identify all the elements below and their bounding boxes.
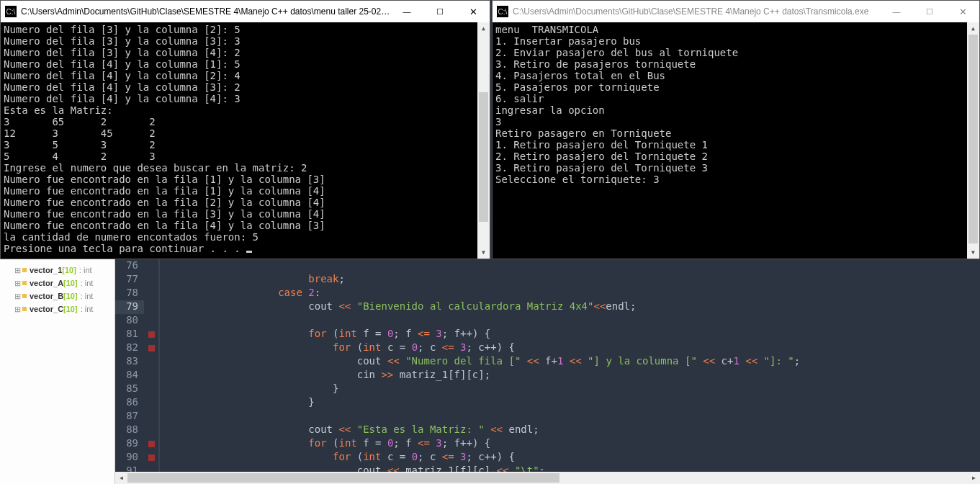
scrollbar-horizontal[interactable]: ◀ ▶ [115, 472, 980, 484]
tree-item[interactable]: ⊞vector_B[10]: int [0, 290, 114, 302]
code-line[interactable]: 81 for (int f = 0; f <= 3; f++) { [115, 328, 980, 341]
titlebar-1[interactable]: C:\ C:\Users\Admin\Documents\GitHub\Clas… [1, 1, 490, 22]
code-line[interactable]: 82 for (int c = 0; c <= 3; c++) { [115, 341, 980, 355]
maximize-button[interactable]: ☐ [423, 1, 457, 22]
scrollbar-vertical-2[interactable]: ▲ ▼ [967, 22, 979, 259]
code-line[interactable]: 88 cout << "Esta es la Matriz: " << endl… [115, 424, 980, 437]
code-editor[interactable]: 7677 break;78 case 2:79 cout << "Bienven… [115, 259, 980, 472]
console-window-1: C:\ C:\Users\Admin\Documents\GitHub\Clas… [0, 0, 490, 259]
code-line[interactable]: 89 for (int f = 0; f <= 3; f++) { [115, 437, 980, 451]
tree-item[interactable]: ⊞vector_1[10]: int [0, 264, 114, 277]
scroll-right-icon[interactable]: ▶ [968, 472, 980, 484]
code-line[interactable]: 78 case 2: [115, 287, 980, 300]
close-button[interactable]: ✕ [946, 1, 979, 22]
code-line[interactable]: 79 cout << "Bienvenido al calculardora M… [115, 300, 980, 314]
code-line[interactable]: 91 cout << matriz_1[f][c] << "\t"; [115, 465, 980, 472]
scroll-up-icon[interactable]: ▲ [967, 22, 979, 35]
console-output-2[interactable]: menu TRANSMICOLA 1. Insertar pasajero bu… [493, 22, 979, 259]
code-line[interactable]: 83 cout << "Numero del fila [" << f+1 <<… [115, 355, 980, 369]
code-line[interactable]: 85 } [115, 382, 980, 396]
variables-sidebar[interactable]: ⊞vector_1[10]: int⊞vector_A[10]: int⊞vec… [0, 259, 115, 484]
editor-area: ⊞vector_1[10]: int⊞vector_A[10]: int⊞vec… [0, 259, 980, 484]
app-icon: C:\ [497, 6, 508, 17]
maximize-button[interactable]: ☐ [913, 1, 946, 22]
tree-item[interactable]: ⊞vector_C[10]: int [0, 302, 114, 315]
code-area: 7677 break;78 case 2:79 cout << "Bienven… [115, 259, 980, 484]
code-line[interactable]: 87 [115, 410, 980, 424]
minimize-button[interactable]: — [880, 1, 913, 22]
scroll-left-icon[interactable]: ◀ [115, 472, 127, 484]
code-line[interactable]: 84 cin >> matriz_1[f][c]; [115, 369, 980, 382]
scroll-thumb[interactable] [479, 92, 488, 222]
scroll-up-icon[interactable]: ▲ [477, 22, 490, 35]
close-button[interactable]: ✕ [457, 1, 490, 22]
scroll-down-icon[interactable]: ▼ [967, 246, 979, 259]
console-window-2: C:\ C:\Users\Admin\Documents\GitHub\Clas… [492, 0, 980, 259]
app-icon: C:\ [5, 6, 17, 17]
window-title-2: C:\Users\Admin\Documents\GitHub\Clase\SE… [513, 6, 880, 17]
code-line[interactable]: 90 for (int c = 0; c <= 3; c++) { [115, 451, 980, 465]
window-title-1: C:\Users\Admin\Documents\GitHub\Clase\SE… [21, 6, 390, 17]
code-line[interactable]: 80 [115, 314, 980, 328]
scroll-thumb[interactable] [968, 35, 978, 243]
titlebar-2[interactable]: C:\ C:\Users\Admin\Documents\GitHub\Clas… [493, 1, 979, 22]
scrollbar-vertical-1[interactable]: ▲ ▼ [477, 22, 490, 259]
code-line[interactable]: 77 break; [115, 273, 980, 287]
minimize-button[interactable]: — [390, 1, 423, 22]
code-line[interactable]: 86 } [115, 396, 980, 410]
console-output-1[interactable]: Numero del fila [3] y la columna [2]: 5 … [1, 22, 490, 259]
scroll-down-icon[interactable]: ▼ [477, 246, 490, 259]
scroll-thumb[interactable] [127, 473, 559, 483]
code-line[interactable]: 76 [115, 259, 980, 273]
tree-item[interactable]: ⊞vector_A[10]: int [0, 277, 114, 290]
